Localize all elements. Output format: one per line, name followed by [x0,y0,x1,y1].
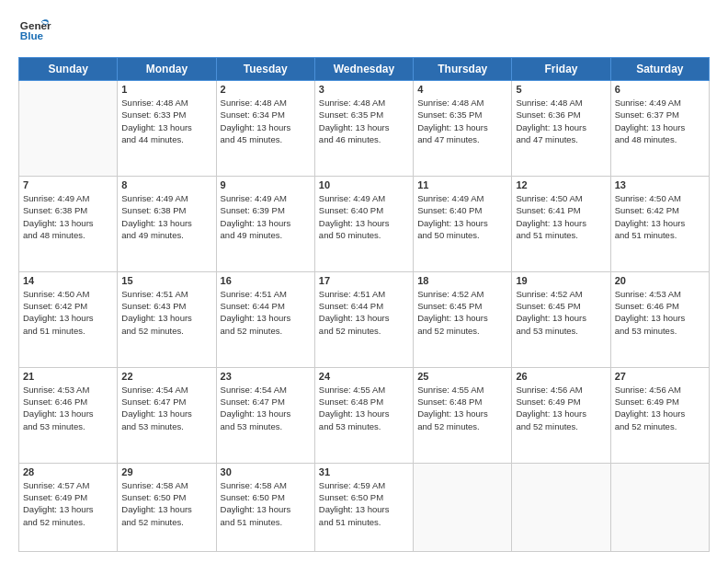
day-info: Sunrise: 4:54 AM Sunset: 6:47 PM Dayligh… [221,384,311,432]
day-number: 28 [23,466,113,477]
day-info: Sunrise: 4:59 AM Sunset: 6:50 PM Dayligh… [319,479,409,528]
weekday-header: Sunday [19,58,118,81]
day-number: 4 [417,84,507,95]
calendar-day-cell: 24Sunrise: 4:55 AM Sunset: 6:48 PM Dayli… [314,367,413,463]
calendar-day-cell: 7Sunrise: 4:49 AM Sunset: 6:38 PM Daylig… [19,176,118,271]
weekday-header: Saturday [610,58,709,81]
calendar-week-row: 21Sunrise: 4:53 AM Sunset: 6:46 PM Dayli… [19,367,710,463]
day-info: Sunrise: 4:53 AM Sunset: 6:46 PM Dayligh… [23,384,113,432]
day-number: 11 [417,179,507,190]
calendar-day-cell: 26Sunrise: 4:56 AM Sunset: 6:49 PM Dayli… [512,367,610,463]
day-info: Sunrise: 4:48 AM Sunset: 6:36 PM Dayligh… [516,97,606,145]
day-info: Sunrise: 4:49 AM Sunset: 6:38 PM Dayligh… [121,192,211,241]
day-number: 31 [319,466,409,477]
calendar-day-cell [19,81,118,177]
logo-icon: General Blue [18,15,51,48]
weekday-header-row: SundayMondayTuesdayWednesdayThursdayFrid… [19,58,710,81]
svg-text:Blue: Blue [20,29,44,41]
day-info: Sunrise: 4:49 AM Sunset: 6:40 PM Dayligh… [417,192,507,241]
calendar-day-cell: 4Sunrise: 4:48 AM Sunset: 6:35 PM Daylig… [414,81,512,177]
calendar-day-cell: 6Sunrise: 4:49 AM Sunset: 6:37 PM Daylig… [610,81,709,177]
day-number: 19 [516,275,606,286]
day-info: Sunrise: 4:48 AM Sunset: 6:33 PM Dayligh… [121,97,211,145]
day-number: 21 [23,371,113,382]
calendar-day-cell: 18Sunrise: 4:52 AM Sunset: 6:45 PM Dayli… [414,271,512,367]
day-info: Sunrise: 4:57 AM Sunset: 6:49 PM Dayligh… [23,479,113,528]
calendar-day-cell: 31Sunrise: 4:59 AM Sunset: 6:50 PM Dayli… [314,463,413,551]
calendar-day-cell: 3Sunrise: 4:48 AM Sunset: 6:35 PM Daylig… [314,81,413,177]
day-number: 27 [615,371,705,382]
day-info: Sunrise: 4:53 AM Sunset: 6:46 PM Dayligh… [615,288,705,337]
day-number: 15 [121,275,211,286]
day-info: Sunrise: 4:49 AM Sunset: 6:37 PM Dayligh… [615,97,705,145]
day-number: 8 [121,179,211,190]
calendar-day-cell: 11Sunrise: 4:49 AM Sunset: 6:40 PM Dayli… [414,176,512,271]
calendar-day-cell: 8Sunrise: 4:49 AM Sunset: 6:38 PM Daylig… [118,176,216,271]
day-number: 25 [417,371,507,382]
day-info: Sunrise: 4:51 AM Sunset: 6:43 PM Dayligh… [121,288,211,337]
day-info: Sunrise: 4:56 AM Sunset: 6:49 PM Dayligh… [615,384,705,432]
day-info: Sunrise: 4:49 AM Sunset: 6:40 PM Dayligh… [319,192,409,241]
day-info: Sunrise: 4:55 AM Sunset: 6:48 PM Dayligh… [319,384,409,432]
weekday-header: Friday [512,58,610,81]
day-number: 3 [319,84,409,95]
calendar-week-row: 14Sunrise: 4:50 AM Sunset: 6:42 PM Dayli… [19,271,710,367]
day-info: Sunrise: 4:49 AM Sunset: 6:38 PM Dayligh… [23,192,113,241]
calendar-day-cell: 29Sunrise: 4:58 AM Sunset: 6:50 PM Dayli… [118,463,216,551]
day-number: 29 [121,466,211,477]
weekday-header: Monday [118,58,216,81]
calendar-day-cell: 23Sunrise: 4:54 AM Sunset: 6:47 PM Dayli… [216,367,314,463]
day-number: 16 [221,275,311,286]
calendar-day-cell: 25Sunrise: 4:55 AM Sunset: 6:48 PM Dayli… [414,367,512,463]
day-info: Sunrise: 4:56 AM Sunset: 6:49 PM Dayligh… [516,384,606,432]
calendar-day-cell: 1Sunrise: 4:48 AM Sunset: 6:33 PM Daylig… [118,81,216,177]
day-info: Sunrise: 4:51 AM Sunset: 6:44 PM Dayligh… [221,288,311,337]
calendar-day-cell: 22Sunrise: 4:54 AM Sunset: 6:47 PM Dayli… [118,367,216,463]
day-info: Sunrise: 4:54 AM Sunset: 6:47 PM Dayligh… [121,384,211,432]
day-number: 13 [615,179,705,190]
day-number: 12 [516,179,606,190]
day-number: 1 [121,84,211,95]
calendar-day-cell: 9Sunrise: 4:49 AM Sunset: 6:39 PM Daylig… [216,176,314,271]
calendar-day-cell: 10Sunrise: 4:49 AM Sunset: 6:40 PM Dayli… [314,176,413,271]
logo: General Blue [18,15,51,48]
day-number: 5 [516,84,606,95]
day-info: Sunrise: 4:48 AM Sunset: 6:35 PM Dayligh… [319,97,409,145]
day-number: 14 [23,275,113,286]
calendar-week-row: 7Sunrise: 4:49 AM Sunset: 6:38 PM Daylig… [19,176,710,271]
day-info: Sunrise: 4:50 AM Sunset: 6:42 PM Dayligh… [23,288,113,337]
calendar-week-row: 1Sunrise: 4:48 AM Sunset: 6:33 PM Daylig… [19,81,710,177]
weekday-header: Thursday [414,58,512,81]
calendar-day-cell: 28Sunrise: 4:57 AM Sunset: 6:49 PM Dayli… [19,463,118,551]
day-info: Sunrise: 4:55 AM Sunset: 6:48 PM Dayligh… [417,384,507,432]
day-number: 17 [319,275,409,286]
day-number: 24 [319,371,409,382]
calendar-day-cell: 19Sunrise: 4:52 AM Sunset: 6:45 PM Dayli… [512,271,610,367]
day-info: Sunrise: 4:52 AM Sunset: 6:45 PM Dayligh… [417,288,507,337]
day-info: Sunrise: 4:48 AM Sunset: 6:34 PM Dayligh… [221,97,311,145]
day-number: 9 [221,179,311,190]
day-info: Sunrise: 4:52 AM Sunset: 6:45 PM Dayligh… [516,288,606,337]
calendar-day-cell: 30Sunrise: 4:58 AM Sunset: 6:50 PM Dayli… [216,463,314,551]
day-info: Sunrise: 4:50 AM Sunset: 6:41 PM Dayligh… [516,192,606,241]
calendar-day-cell [414,463,512,551]
day-number: 20 [615,275,705,286]
calendar-day-cell: 15Sunrise: 4:51 AM Sunset: 6:43 PM Dayli… [118,271,216,367]
day-number: 10 [319,179,409,190]
day-number: 22 [121,371,211,382]
calendar-day-cell: 13Sunrise: 4:50 AM Sunset: 6:42 PM Dayli… [610,176,709,271]
header: General Blue [18,15,710,48]
day-number: 30 [221,466,311,477]
day-info: Sunrise: 4:50 AM Sunset: 6:42 PM Dayligh… [615,192,705,241]
page: General Blue SundayMondayTuesdayWednesda… [0,0,728,563]
day-number: 7 [23,179,113,190]
calendar-week-row: 28Sunrise: 4:57 AM Sunset: 6:49 PM Dayli… [19,463,710,551]
weekday-header: Wednesday [314,58,413,81]
calendar-table: SundayMondayTuesdayWednesdayThursdayFrid… [18,57,710,552]
day-number: 2 [221,84,311,95]
day-number: 23 [221,371,311,382]
calendar-day-cell: 17Sunrise: 4:51 AM Sunset: 6:44 PM Dayli… [314,271,413,367]
calendar-day-cell: 5Sunrise: 4:48 AM Sunset: 6:36 PM Daylig… [512,81,610,177]
calendar-day-cell: 14Sunrise: 4:50 AM Sunset: 6:42 PM Dayli… [19,271,118,367]
calendar-day-cell: 12Sunrise: 4:50 AM Sunset: 6:41 PM Dayli… [512,176,610,271]
